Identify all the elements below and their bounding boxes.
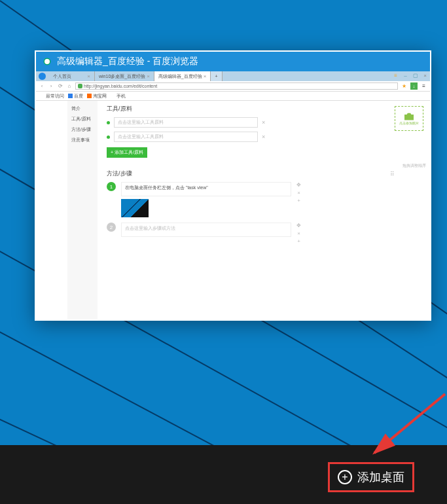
refresh-icon[interactable]: ⟳ xyxy=(57,83,63,89)
move-icon[interactable]: ✥ xyxy=(296,223,301,228)
tab-editor[interactable]: 高级编辑器_百度经验 × xyxy=(154,71,211,81)
maximize-icon[interactable]: ▢ xyxy=(412,72,419,79)
window-title: 高级编辑器_百度经验 - 百度浏览器 xyxy=(57,56,198,67)
close-icon[interactable]: × xyxy=(204,73,207,79)
forward-icon[interactable]: › xyxy=(48,83,54,89)
sidemenu-notes[interactable]: 注意事项 xyxy=(67,135,98,145)
steps-section-title: 方法/步骤 xyxy=(107,170,132,178)
section-options-icon[interactable]: ⠿ xyxy=(390,171,395,177)
tools-section-title: 工具/原料 xyxy=(107,105,421,113)
window-controls: ≡ – ▢ × xyxy=(392,72,429,79)
star-icon[interactable]: ★ xyxy=(401,82,408,90)
baidu-icon xyxy=(68,94,73,98)
tool-input[interactable]: 点击这里输入工具原料 xyxy=(114,132,258,142)
delete-icon[interactable]: × xyxy=(297,190,300,196)
home-icon[interactable]: ⌂ xyxy=(66,83,73,89)
app-icon xyxy=(41,56,53,67)
step-number-badge: 1 xyxy=(107,182,116,191)
step-item: 1 在电脑桌面任务栏左侧，点击 "task view" ✥ × + xyxy=(107,182,421,217)
tab-personal-home[interactable]: 个人首页 × xyxy=(49,71,95,81)
tool-input-row: 点击这里输入工具原料 × xyxy=(107,132,421,142)
browser-addressbar: ‹ › ⟳ ⌂ http://jingyan.baidu.com/edit/co… xyxy=(36,81,430,92)
url-text: http://jingyan.baidu.com/edit/content xyxy=(84,84,157,88)
bookmark-bar: 最常访问 百度 淘宝网 手机 xyxy=(36,92,430,101)
add-desktop-button[interactable]: + 添加桌面 xyxy=(328,462,414,492)
tab-win10-desktop[interactable]: win10多桌面_百度经验 × xyxy=(95,71,154,81)
step-number-badge: 2 xyxy=(107,223,116,232)
editor-main: 点击添加图片 工具/原料 点击这里输入工具原料 × 点击这里输入工具原料 × +… xyxy=(98,101,430,319)
new-tab-button[interactable]: + xyxy=(211,71,222,81)
add-tool-button[interactable]: + 添加工具/原料 xyxy=(107,147,147,158)
editor-sidemenu: 简介 工具/原料 方法/步骤 注意事项 xyxy=(67,101,98,319)
plus-circle-icon: + xyxy=(338,470,352,484)
step-text-input[interactable]: 点击这里输入步骤或方法 xyxy=(121,223,291,237)
step-text-input[interactable]: 在电脑桌面任务栏左侧，点击 "task view" xyxy=(121,182,291,196)
move-icon[interactable]: ✥ xyxy=(296,182,301,188)
add-desktop-label: 添加桌面 xyxy=(357,469,404,485)
close-icon[interactable]: × xyxy=(87,73,90,79)
phone-icon xyxy=(111,94,115,98)
upload-label: 点击添加图片 xyxy=(399,121,419,125)
delete-icon[interactable]: × xyxy=(262,119,265,126)
close-icon[interactable]: × xyxy=(421,72,429,79)
window-titlebar: 高级编辑器_百度经验 - 百度浏览器 xyxy=(36,52,430,71)
browser-chrome: 个人首页 × win10多桌面_百度经验 × 高级编辑器_百度经验 × + ≡ … xyxy=(36,71,430,319)
sidemenu-intro[interactable]: 简介 xyxy=(67,103,98,114)
tab-label: win10多桌面_百度经验 xyxy=(99,73,145,80)
bookmark-most-visited[interactable]: 最常访问 xyxy=(40,93,64,99)
add-icon[interactable]: + xyxy=(297,198,300,204)
minimize-icon[interactable]: – xyxy=(402,72,409,79)
folder-icon xyxy=(40,94,45,98)
sidemenu-tools[interactable]: 工具/原料 xyxy=(67,114,98,124)
tool-input-row: 点击这里输入工具原料 × xyxy=(107,117,421,128)
browser-logo-icon xyxy=(39,73,46,80)
page-content: 简介 工具/原料 方法/步骤 注意事项 点击添加图片 工具/原料 点击这里输入工… xyxy=(36,101,430,319)
step-item: 2 点击这里输入步骤或方法 ✥ × + xyxy=(107,223,421,244)
site-icon xyxy=(78,84,82,88)
menu-icon[interactable]: ≡ xyxy=(392,72,399,79)
bullet-icon xyxy=(107,135,110,139)
bookmark-taobao[interactable]: 淘宝网 xyxy=(87,93,107,99)
close-icon[interactable]: × xyxy=(147,73,150,79)
camera-icon xyxy=(404,113,414,120)
tab-label: 高级编辑器_百度经验 xyxy=(158,73,202,80)
sidemenu-steps[interactable]: 方法/步骤 xyxy=(67,124,98,135)
url-input[interactable]: http://jingyan.baidu.com/edit/content xyxy=(75,82,398,90)
add-icon[interactable]: + xyxy=(297,238,300,244)
bookmark-phone[interactable]: 手机 xyxy=(111,93,126,99)
browser-tabbar: 个人首页 × win10多桌面_百度经验 × 高级编辑器_百度经验 × + ≡ … xyxy=(36,71,430,81)
delete-icon[interactable]: × xyxy=(262,134,265,140)
delete-icon[interactable]: × xyxy=(297,230,300,236)
bullet-icon xyxy=(107,121,110,124)
tab-label: 个人首页 xyxy=(53,73,71,80)
tool-input[interactable]: 点击这里输入工具原料 xyxy=(114,117,258,128)
download-icon[interactable]: ↓ xyxy=(410,82,418,90)
drag-hint-label: 拖拽调整顺序 xyxy=(402,163,426,169)
taobao-icon xyxy=(87,94,92,98)
back-icon[interactable]: ‹ xyxy=(39,83,45,89)
upload-image-box[interactable]: 点击添加图片 xyxy=(395,106,423,131)
step-image-thumbnail[interactable] xyxy=(121,199,149,217)
task-view-window-preview[interactable]: 高级编辑器_百度经验 - 百度浏览器 个人首页 × win10多桌面_百度经验 … xyxy=(35,50,431,321)
bookmark-baidu[interactable]: 百度 xyxy=(68,93,83,99)
menu-icon[interactable]: ≡ xyxy=(420,82,427,90)
